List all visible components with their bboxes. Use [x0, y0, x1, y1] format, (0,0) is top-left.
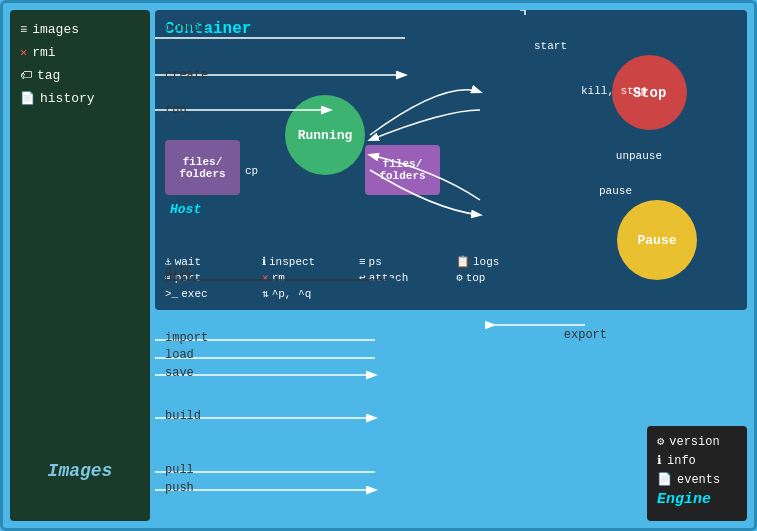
list-icon: ≡ — [20, 23, 27, 37]
start-label: start — [534, 40, 567, 52]
cmd-logs[interactable]: 📋 logs — [456, 255, 545, 268]
container-title: Container — [165, 20, 737, 38]
import-cmd-label: import — [165, 331, 208, 345]
sidebar-section-label: Images — [48, 461, 113, 481]
push-cmd-label: push — [165, 481, 194, 495]
host-files-box: files/folders — [165, 140, 240, 195]
sidebar-item-history[interactable]: 📄 history — [20, 91, 95, 106]
engine-version[interactable]: ⚙ version — [657, 434, 737, 449]
ctrl-icon: ⇅ — [262, 287, 269, 300]
info-icon: ℹ — [657, 453, 662, 468]
tag-icon: 🏷 — [20, 68, 32, 83]
cp-label: cp — [245, 165, 258, 177]
sidebar-item-tag[interactable]: 🏷 tag — [20, 68, 60, 83]
top-icon: ⚙ — [456, 271, 463, 284]
pull-cmd-label: pull — [165, 463, 194, 477]
cmd-rm[interactable]: ✕ rm — [262, 271, 351, 284]
logs-icon: 📋 — [456, 255, 470, 268]
exec-icon: >_ — [165, 288, 178, 300]
anchor-icon: ⚓ — [165, 255, 172, 268]
main-wrapper: ≡ images ✕ rmi 🏷 tag 📄 history Images Co… — [0, 0, 757, 531]
images-sidebar: ≡ images ✕ rmi 🏷 tag 📄 history Images — [10, 10, 150, 521]
cmd-wait[interactable]: ⚓ wait — [165, 255, 254, 268]
engine-section: ⚙ version ℹ info 📄 events Engine — [647, 426, 747, 521]
save-cmd-label: save — [165, 366, 194, 380]
export-cmd-label: export — [564, 328, 607, 342]
unpause-label: unpause — [616, 150, 662, 162]
gear-icon: ⚙ — [657, 434, 664, 449]
attach-icon: ↩ — [359, 271, 366, 284]
running-state: Running — [285, 95, 365, 175]
engine-events[interactable]: 📄 events — [657, 472, 737, 487]
run-cmd-label: run — [165, 103, 187, 117]
container-section: Container files/folders Host files/folde… — [155, 10, 747, 310]
commit-cmd-label: commit — [165, 21, 208, 35]
lower-section: Tar files filesystem image(s) Dockerfile… — [155, 318, 747, 521]
info-circle-icon: ℹ — [262, 255, 266, 268]
engine-title: Engine — [657, 491, 737, 508]
cmd-exec[interactable]: >_ exec — [165, 287, 254, 300]
kill-stop-label: kill, stop — [581, 85, 647, 97]
cmd-top[interactable]: ⚙ top — [456, 271, 545, 284]
sidebar-item-rmi[interactable]: ✕ rmi — [20, 45, 56, 60]
build-cmd-label: build — [165, 409, 201, 423]
command-grid: ⚓ wait ℹ inspect ≡ ps 📋 logs ⇌ port ✕ rm… — [165, 255, 545, 300]
doc-icon: 📄 — [20, 91, 35, 106]
cmd-pq[interactable]: ⇅ ^p, ^q — [262, 287, 351, 300]
diff-cmd-label: diff — [165, 271, 194, 285]
host-label: Host — [170, 202, 201, 217]
create-cmd-label: create — [165, 68, 208, 82]
pause-state: Pause — [617, 200, 697, 280]
load-cmd-label: load — [165, 348, 194, 362]
x-icon: ✕ — [20, 45, 27, 60]
events-icon: 📄 — [657, 472, 672, 487]
list-icon-2: ≡ — [359, 256, 366, 268]
content-area: Container files/folders Host files/folde… — [155, 10, 747, 521]
sidebar-item-images[interactable]: ≡ images — [20, 22, 79, 37]
cmd-attach[interactable]: ↩ attach — [359, 271, 448, 284]
pause-label: pause — [599, 185, 632, 197]
rm-icon: ✕ — [262, 271, 269, 284]
cmd-inspect[interactable]: ℹ inspect — [262, 255, 351, 268]
cmd-ps[interactable]: ≡ ps — [359, 255, 448, 268]
container-files-box: files/folders — [365, 145, 440, 195]
engine-info[interactable]: ℹ info — [657, 453, 737, 468]
